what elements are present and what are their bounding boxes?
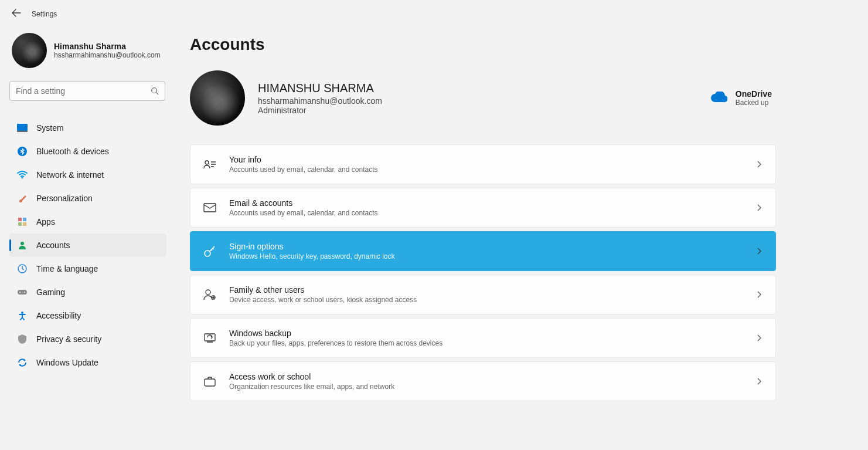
settings-cards: Your info Accounts used by email, calend… xyxy=(190,144,776,401)
briefcase-icon xyxy=(202,374,217,389)
svg-point-12 xyxy=(19,292,21,293)
sidebar-item-privacy[interactable]: Privacy & security xyxy=(9,327,166,351)
avatar xyxy=(190,70,245,126)
apps-icon xyxy=(16,216,28,228)
page-title: Accounts xyxy=(190,35,854,54)
sidebar-item-bluetooth[interactable]: Bluetooth & devices xyxy=(9,140,166,163)
nav-label: Accessibility xyxy=(36,311,81,320)
card-title: Sign-in options xyxy=(229,242,754,251)
onedrive-status: Backed up xyxy=(736,99,772,107)
nav-label: Bluetooth & devices xyxy=(36,147,109,156)
svg-point-13 xyxy=(24,292,25,293)
hero-user-email: hssharmahimanshu@outlook.com xyxy=(258,96,711,106)
card-title: Your info xyxy=(229,155,754,164)
chevron-right-icon xyxy=(754,377,764,386)
svg-rect-1 xyxy=(17,124,28,131)
onedrive-title: OneDrive xyxy=(736,89,772,99)
svg-rect-6 xyxy=(23,218,26,221)
chevron-right-icon xyxy=(754,290,764,299)
chevron-right-icon xyxy=(754,203,764,212)
hero-user-role: Administrator xyxy=(258,106,711,115)
nav-label: Privacy & security xyxy=(36,334,101,344)
sidebar-item-accessibility[interactable]: Accessibility xyxy=(9,304,166,327)
chevron-right-icon xyxy=(754,246,764,256)
svg-point-14 xyxy=(21,312,23,314)
main-content: Accounts HIMANSHU SHARMA hssharmahimansh… xyxy=(176,28,868,450)
card-windows-backup[interactable]: Windows backup Back up your files, apps,… xyxy=(190,318,776,358)
sidebar-item-update[interactable]: Windows Update xyxy=(9,351,166,374)
paintbrush-icon xyxy=(16,192,28,204)
shield-icon xyxy=(16,333,28,345)
svg-rect-8 xyxy=(23,222,26,226)
search-icon xyxy=(151,87,159,95)
sidebar-item-apps[interactable]: Apps xyxy=(9,210,166,234)
onedrive-block[interactable]: OneDrive Backed up xyxy=(711,89,772,107)
sidebar: Himanshu Sharma hssharmahimanshu@outlook… xyxy=(0,28,176,450)
cloud-icon xyxy=(711,92,727,104)
nav-label: Network & internet xyxy=(36,170,104,180)
card-subtitle: Back up your files, apps, preferences to… xyxy=(229,339,754,347)
search-input-wrapper[interactable] xyxy=(9,81,165,101)
card-title: Access work or school xyxy=(229,372,754,381)
card-subtitle: Device access, work or school users, kio… xyxy=(229,296,754,304)
clock-globe-icon xyxy=(16,263,28,275)
card-subtitle: Accounts used by email, calendar, and co… xyxy=(229,165,754,174)
svg-point-0 xyxy=(152,88,157,93)
card-family-users[interactable]: Family & other users Device access, work… xyxy=(190,275,776,314)
sidebar-user-block[interactable]: Himanshu Sharma hssharmahimanshu@outlook… xyxy=(9,33,176,68)
sidebar-item-accounts[interactable]: Accounts xyxy=(9,234,166,257)
sidebar-item-network[interactable]: Network & internet xyxy=(9,163,166,187)
card-subtitle: Accounts used by email, calendar, and co… xyxy=(229,209,754,217)
svg-rect-16 xyxy=(204,204,216,212)
account-hero: HIMANSHU SHARMA hssharmahimanshu@outlook… xyxy=(190,70,854,126)
svg-point-18 xyxy=(206,290,210,295)
accessibility-icon xyxy=(16,310,28,322)
nav-label: Gaming xyxy=(36,287,65,297)
svg-rect-5 xyxy=(18,218,22,221)
sidebar-item-personalization[interactable]: Personalization xyxy=(9,187,166,210)
sidebar-item-time[interactable]: Time & language xyxy=(9,257,166,280)
mail-icon xyxy=(202,200,217,215)
bluetooth-icon xyxy=(16,146,28,157)
svg-rect-2 xyxy=(17,131,28,132)
svg-rect-21 xyxy=(205,379,215,386)
system-icon xyxy=(16,122,28,134)
nav-label: Time & language xyxy=(36,264,98,273)
sidebar-user-email: hssharmahimanshu@outlook.com xyxy=(54,51,161,59)
svg-point-9 xyxy=(21,242,24,245)
card-subtitle: Windows Hello, security key, password, d… xyxy=(229,252,754,260)
avatar xyxy=(12,33,47,68)
gamepad-icon xyxy=(16,286,28,298)
chevron-right-icon xyxy=(754,160,764,169)
wifi-icon xyxy=(16,169,28,181)
sidebar-item-system[interactable]: System xyxy=(9,116,166,140)
update-icon xyxy=(16,357,28,368)
back-button[interactable] xyxy=(9,6,23,22)
sidebar-user-name: Himanshu Sharma xyxy=(54,42,161,51)
nav-label: Personalization xyxy=(36,194,93,203)
card-work-school[interactable]: Access work or school Organization resou… xyxy=(190,361,776,401)
card-subtitle: Organization resources like email, apps,… xyxy=(229,383,754,391)
person-card-icon xyxy=(202,157,217,172)
arrow-left-icon xyxy=(12,8,21,18)
card-email-accounts[interactable]: Email & accounts Accounts used by email,… xyxy=(190,188,776,228)
person-icon xyxy=(16,239,28,251)
nav-label: Windows Update xyxy=(36,358,98,367)
backup-icon xyxy=(202,330,217,346)
nav-list: System Bluetooth & devices Network & int… xyxy=(9,116,176,374)
search-input[interactable] xyxy=(16,86,151,96)
card-your-info[interactable]: Your info Accounts used by email, calend… xyxy=(190,144,776,184)
nav-label: Accounts xyxy=(36,241,70,250)
card-title: Email & accounts xyxy=(229,198,754,208)
chevron-right-icon xyxy=(754,333,764,343)
svg-point-4 xyxy=(22,177,23,179)
people-icon xyxy=(202,287,217,302)
window-title: Settings xyxy=(32,10,57,18)
sidebar-item-gaming[interactable]: Gaming xyxy=(9,280,166,304)
card-signin-options[interactable]: Sign-in options Windows Hello, security … xyxy=(190,231,776,271)
card-title: Windows backup xyxy=(229,329,754,338)
card-title: Family & other users xyxy=(229,285,754,295)
nav-label: Apps xyxy=(36,217,55,226)
hero-user-name: HIMANSHU SHARMA xyxy=(258,82,711,95)
svg-rect-7 xyxy=(18,222,22,226)
